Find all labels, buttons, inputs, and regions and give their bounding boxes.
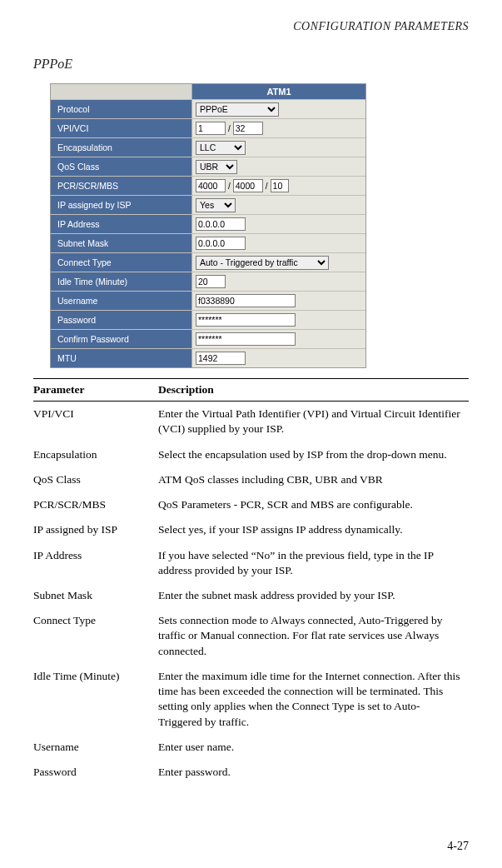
table-row: PCR/SCR/MBSQoS Parameters - PCR, SCR and… [33, 492, 469, 517]
param-desc: Enter password. [158, 760, 469, 785]
slash-sep-3: / [266, 182, 268, 191]
label-protocol: Protocol [51, 100, 192, 118]
param-desc: Enter the Virtual Path Identifier (VPI) … [158, 402, 469, 442]
param-name: Subnet Mask [33, 583, 158, 608]
vci-input[interactable] [233, 122, 263, 135]
label-pcr: PCR/SCR/MBS [51, 177, 192, 195]
password-input[interactable] [196, 313, 296, 327]
table-row: IP AddressIf you have selected “No” in t… [33, 543, 469, 583]
subnet-input[interactable] [196, 237, 246, 250]
param-desc: Enter user name. [158, 735, 469, 760]
param-desc: Enter the subnet mask address provided b… [158, 583, 469, 608]
ip-assigned-select[interactable]: Yes [196, 198, 236, 212]
table-row: IP assigned by ISPSelect yes, if your IS… [33, 517, 469, 542]
protocol-select[interactable]: PPPoE [196, 102, 279, 117]
parameter-table: Parameter Description VPI/VCIEnter the V… [33, 378, 469, 785]
param-name: Username [33, 735, 158, 760]
table-row: PasswordEnter password. [33, 760, 469, 785]
table-row: Idle Time (Minute)Enter the maximum idle… [33, 664, 469, 735]
scr-input[interactable] [233, 179, 263, 192]
param-desc: QoS Parameters - PCR, SCR and MBS are co… [158, 492, 469, 517]
label-password: Password [51, 311, 192, 329]
param-name: VPI/VCI [33, 402, 158, 442]
table-row: EncapsulationSelect the encapsulation us… [33, 442, 469, 467]
param-desc: Enter the maximum idle time for the Inte… [158, 664, 469, 735]
section-title: PPPoE [33, 57, 469, 72]
th-description: Description [158, 379, 469, 402]
label-encapsulation: Encapsulation [51, 138, 192, 157]
param-desc: Sets connection mode to Always connected… [158, 608, 469, 664]
mtu-input[interactable] [196, 352, 246, 365]
atm-title: ATM1 [192, 84, 365, 99]
label-idle: Idle Time (Minute) [51, 272, 192, 291]
idle-input[interactable] [196, 275, 226, 288]
atm-header-spacer [51, 84, 192, 99]
param-desc: If you have selected “No” in the previou… [158, 543, 469, 583]
param-name: Connect Type [33, 608, 158, 664]
connect-type-select[interactable]: Auto - Triggered by traffic [196, 256, 329, 270]
qos-select[interactable]: UBR [196, 160, 237, 174]
pcr-input[interactable] [196, 179, 226, 192]
mbs-input[interactable] [271, 179, 289, 192]
param-name: IP Address [33, 543, 158, 583]
table-row: UsernameEnter user name. [33, 735, 469, 760]
label-ip-assigned: IP assigned by ISP [51, 196, 192, 214]
label-connect-type: Connect Type [51, 253, 192, 272]
param-desc: Select yes, if your ISP assigns IP addre… [158, 517, 469, 542]
label-qos: QoS Class [51, 157, 192, 176]
param-name: PCR/SCR/MBS [33, 492, 158, 517]
table-row: Connect TypeSets connection mode to Alwa… [33, 608, 469, 664]
param-desc: Select the encapsulation used by ISP fro… [158, 442, 469, 467]
param-name: Idle Time (Minute) [33, 664, 158, 735]
label-vpi-vci: VPI/VCI [51, 119, 192, 137]
label-username: Username [51, 292, 192, 310]
encapsulation-select[interactable]: LLC [196, 141, 246, 155]
table-row: Subnet MaskEnter the subnet mask address… [33, 583, 469, 608]
slash-sep: / [228, 124, 231, 133]
label-ip-address: IP Address [51, 215, 192, 233]
th-parameter: Parameter [33, 379, 158, 402]
param-name: Encapsulation [33, 442, 158, 467]
page-header: CONFIGURATION PARAMETERS [33, 20, 469, 33]
username-input[interactable] [196, 294, 296, 307]
param-name: Password [33, 760, 158, 785]
ip-address-input[interactable] [196, 217, 246, 231]
vpi-input[interactable] [196, 122, 226, 135]
label-confirm-password: Confirm Password [51, 330, 192, 348]
slash-sep-2: / [228, 182, 231, 191]
param-name: QoS Class [33, 467, 158, 492]
atm-config-panel: ATM1 Protocol PPPoE VPI/VCI / Encapsulat… [50, 83, 366, 368]
label-mtu: MTU [51, 349, 192, 367]
label-subnet: Subnet Mask [51, 234, 192, 252]
page-number: 4-27 [447, 840, 469, 853]
table-row: VPI/VCIEnter the Virtual Path Identifier… [33, 402, 469, 442]
confirm-password-input[interactable] [196, 332, 296, 346]
param-desc: ATM QoS classes including CBR, UBR and V… [158, 467, 469, 492]
table-row: QoS ClassATM QoS classes including CBR, … [33, 467, 469, 492]
param-name: IP assigned by ISP [33, 517, 158, 542]
